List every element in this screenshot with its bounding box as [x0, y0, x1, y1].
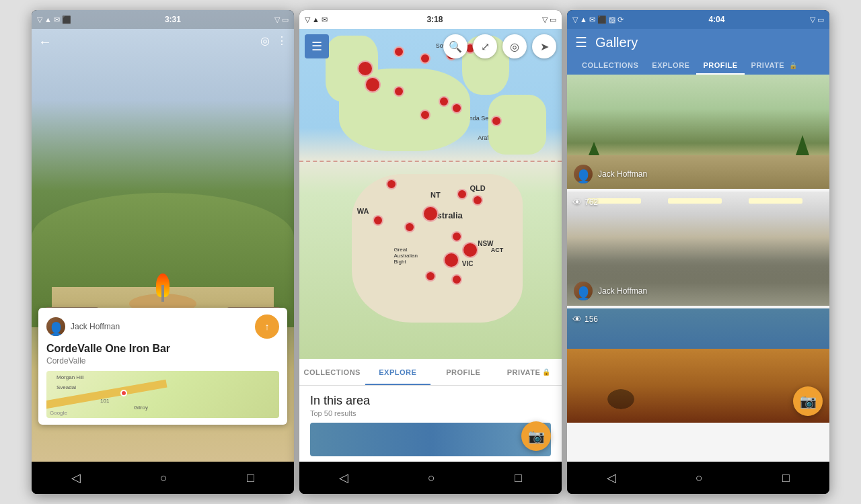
- location-title: CordeValle One Iron Bar: [46, 343, 279, 355]
- battery-3: ▭: [817, 15, 824, 24]
- map-pin-8[interactable]: [394, 86, 404, 97]
- search-icon: 🔍: [449, 40, 462, 53]
- panel-title: In this area: [310, 394, 551, 408]
- camera-fab-gallery[interactable]: 📷: [793, 386, 823, 416]
- nav-recents-3[interactable]: □: [782, 471, 790, 485]
- nav-back-3[interactable]: ◁: [607, 470, 616, 485]
- camera-fab-button[interactable]: 📷: [521, 421, 551, 451]
- map-pin-11[interactable]: [420, 110, 430, 120]
- map-pin-au-11[interactable]: [451, 274, 462, 285]
- wifi-icon-2: ▽: [305, 15, 310, 24]
- hamburger-button[interactable]: ☰: [305, 34, 329, 58]
- gallery-tab-collections[interactable]: COLLECTIONS: [575, 56, 645, 75]
- battery-2: ▭: [550, 15, 556, 24]
- tab-private[interactable]: PRIVATE 🔒: [496, 359, 562, 385]
- map-pin-1[interactable]: [357, 60, 373, 77]
- map-label-act: ACT: [491, 247, 504, 253]
- map-pin-au-5[interactable]: [373, 215, 383, 226]
- compass-button[interactable]: ◎: [260, 34, 270, 47]
- fire-pole: [161, 285, 164, 302]
- phone2-content: ▽ ▲ ✉ 3:18 ▽ ▭ South China Sea Thailand …: [299, 10, 562, 462]
- signal-icon-2: ▲: [312, 15, 320, 24]
- map-pin-au-9[interactable]: [443, 252, 459, 268]
- gallery-header-top: ☰ Gallery: [575, 34, 821, 50]
- status-icons-left-2: ▽ ▲ ✉: [305, 15, 328, 24]
- wifi-signal-icon: ▽: [274, 15, 280, 24]
- map-pin-2[interactable]: [394, 46, 404, 57]
- status-icons-right-3: ▽ ▭: [810, 15, 824, 24]
- nav-back-button[interactable]: ◁: [71, 470, 81, 485]
- map-label-wa: WA: [357, 207, 369, 215]
- bottom-panel: In this area Top 50 results 📷: [299, 386, 562, 462]
- email-icon: ✉: [54, 15, 60, 24]
- more-button[interactable]: ⋮: [276, 34, 287, 47]
- nav-back-2[interactable]: ◁: [339, 470, 348, 485]
- map-pin-au-1[interactable]: [386, 179, 397, 190]
- tab-collections[interactable]: COLLECTIONS: [299, 359, 365, 385]
- avatar-icon: 👤: [48, 323, 65, 336]
- map-pin-12[interactable]: [491, 116, 502, 126]
- compass-button-2[interactable]: ◎: [502, 34, 527, 58]
- tab-explore[interactable]: EXPLORE: [365, 359, 431, 385]
- compass-icon-2: ◎: [510, 40, 519, 53]
- map-pin-au-4[interactable]: [472, 195, 483, 206]
- info-card-header: 👤 Jack Hoffman ↑: [46, 314, 279, 339]
- map-label-sveadal: Sveadal: [57, 384, 76, 390]
- autumn-trees: [567, 349, 829, 423]
- share-button[interactable]: ↑: [255, 314, 279, 339]
- mini-map[interactable]: Morgan Hill Sveadal 101 Gilroy Google: [46, 371, 279, 418]
- time-display-2: 3:18: [426, 15, 443, 24]
- hamburger-gallery[interactable]: ☰: [575, 34, 587, 50]
- lock-icon-gallery: 🔒: [789, 62, 798, 69]
- lock-icon: 🔒: [542, 368, 551, 376]
- view-number-3: 156: [585, 314, 598, 324]
- nav-home-button[interactable]: ○: [160, 471, 167, 485]
- map-pin-7[interactable]: [365, 77, 381, 93]
- gallery-tab-profile[interactable]: PROFILE: [696, 56, 744, 75]
- avatar-icon-1: 👤: [575, 170, 592, 183]
- map-label-morgan: Morgan Hill: [57, 374, 83, 380]
- map-pin-au-8[interactable]: [462, 242, 478, 258]
- location-button[interactable]: ➤: [532, 34, 556, 58]
- gallery-item-3[interactable]: 👁 156 📷: [567, 308, 829, 423]
- gallery-avatar-2: 👤: [574, 282, 593, 300]
- search-button[interactable]: 🔍: [443, 34, 467, 58]
- tab-profile[interactable]: PROFILE: [430, 359, 496, 385]
- gallery-tab-private[interactable]: PRIVATE 🔒: [745, 56, 804, 75]
- map-pin-10[interactable]: [451, 103, 462, 114]
- map-pin-au-3[interactable]: [457, 189, 467, 200]
- nav-recents-2[interactable]: □: [515, 471, 522, 485]
- gallery-header: ☰ Gallery COLLECTIONS EXPLORE PROFILE PR…: [567, 29, 829, 75]
- phone3-content: ▽ ▲ ✉ ⬛ ▨ ⟳ 4:04 ▽ ▭ ☰ Gallery COLLECTIO…: [567, 10, 829, 462]
- nav-home-2[interactable]: ○: [428, 471, 435, 485]
- gallery-tab-explore[interactable]: EXPLORE: [645, 56, 696, 75]
- bike-1: [607, 389, 634, 409]
- map-pin-9[interactable]: [439, 96, 449, 107]
- nav-recents-button[interactable]: □: [247, 471, 254, 485]
- back-button[interactable]: ←: [38, 34, 52, 50]
- wifi-icon: ▽: [37, 15, 42, 24]
- phone-3: ▽ ▲ ✉ ⬛ ▨ ⟳ 4:04 ▽ ▭ ☰ Gallery COLLECTIO…: [567, 10, 829, 494]
- map-area[interactable]: South China Sea Thailand Philippines Mal…: [299, 29, 562, 359]
- map-pin-au-7[interactable]: [451, 231, 462, 242]
- panel-photo-strip: [310, 423, 551, 456]
- nav-home-3[interactable]: ○: [696, 471, 703, 485]
- panel-subtitle: Top 50 results: [310, 409, 551, 417]
- signal-icon: ▲: [44, 15, 52, 24]
- map-pin-au-2[interactable]: [422, 206, 439, 222]
- time-display-3: 4:04: [708, 15, 724, 24]
- map-pin-au-10[interactable]: [425, 271, 436, 282]
- view-count-3: 👁 156: [572, 314, 598, 325]
- status-icons-left: ▽ ▲ ✉ ⬛: [37, 15, 71, 24]
- expand-button[interactable]: ⤢: [473, 34, 497, 58]
- status-bar-1: ▽ ▲ ✉ ⬛ 3:31 ▽ ▭: [32, 10, 294, 29]
- gallery-scroll[interactable]: 👤 Jack Hoffman 👁 762: [567, 75, 829, 462]
- share-icon: ↑: [265, 321, 270, 332]
- gallery-item-2[interactable]: 👁 762 👤 Jack Hoffman: [567, 192, 829, 306]
- gallery-item-1[interactable]: 👤 Jack Hoffman: [567, 75, 829, 189]
- map-label-vic: VIC: [462, 260, 474, 267]
- avatar-icon-2: 👤: [575, 287, 592, 300]
- map-pin-au-6[interactable]: [404, 222, 415, 233]
- map-label-gilroy: Gilroy: [134, 405, 148, 411]
- map-pin-3[interactable]: [420, 53, 430, 64]
